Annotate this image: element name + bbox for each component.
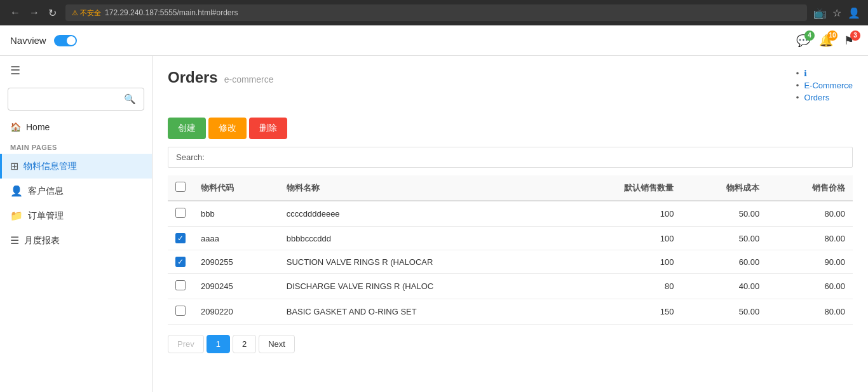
cell-default-qty: 80 — [567, 274, 682, 299]
sidebar-menu-icon[interactable]: ☰ — [0, 56, 152, 85]
orders-label: 订单管理 — [28, 210, 64, 222]
chat-badge-button[interactable]: 💬 4 — [794, 32, 812, 50]
toggle-track[interactable] — [54, 35, 77, 46]
cell-price: 80.00 — [767, 299, 853, 325]
search-input[interactable] — [207, 152, 837, 162]
sidebar: ☰ 🔍 🏠 Home MAIN PAGES ⊞ 物料信息管理 👤 客户信息 📁 … — [0, 56, 153, 392]
sidebar-search-icon[interactable]: 🔍 — [124, 93, 136, 105]
sidebar-item-reports[interactable]: ☰ 月度报表 — [0, 228, 152, 253]
page-title: Orders — [168, 69, 218, 86]
flag-count: 3 — [850, 30, 860, 41]
header-code: 物料代码 — [193, 175, 279, 201]
home-icon: 🏠 — [10, 122, 21, 132]
cell-name: DISCHARGE VALVE RINGS R (HALOC — [279, 274, 567, 299]
browser-actions: 📺 ☆ 👤 — [813, 7, 860, 19]
header-price: 销售价格 — [767, 175, 853, 201]
cell-default-qty: 100 — [567, 201, 682, 227]
cell-default-qty: 150 — [567, 299, 682, 325]
main-layout: ☰ 🔍 🏠 Home MAIN PAGES ⊞ 物料信息管理 👤 客户信息 📁 … — [0, 56, 868, 392]
url-text: 172.29.240.187:5555/main.html#orders — [105, 8, 238, 17]
row-checkbox[interactable] — [175, 208, 186, 218]
data-table: 物料代码 物料名称 默认销售数量 物料成本 销售价格 bbbccccddddee… — [168, 175, 853, 325]
cell-default-qty: 100 — [567, 227, 682, 250]
cell-price: 60.00 — [767, 274, 853, 299]
sidebar-search-input[interactable] — [16, 95, 124, 104]
pagination: Prev 1 2 Next — [168, 335, 853, 353]
table-row: 2090220BASIC GASKET AND O-RING SET15050.… — [168, 299, 853, 325]
create-button[interactable]: 创建 — [168, 118, 206, 139]
page-1-button[interactable]: 1 — [207, 335, 230, 353]
browser-nav: ← → ↻ — [8, 6, 59, 20]
cell-code: bbb — [193, 201, 279, 227]
security-warning: ⚠ 不安全 — [72, 8, 101, 18]
reports-label: 月度报表 — [24, 235, 60, 247]
cell-name: SUCTION VALVE RINGS R (HALOCAR — [279, 250, 567, 274]
header-cost: 物料成本 — [681, 175, 767, 201]
breadcrumb-info: ℹ — [796, 69, 853, 78]
cell-price: 80.00 — [767, 201, 853, 227]
sidebar-item-materials[interactable]: ⊞ 物料信息管理 — [0, 154, 152, 179]
row-checkbox-cell — [168, 274, 193, 299]
prev-button[interactable]: Prev — [168, 335, 204, 353]
cell-price: 90.00 — [767, 250, 853, 274]
cell-cost: 60.00 — [681, 250, 767, 274]
row-checkbox-checked[interactable]: ✓ — [175, 233, 186, 243]
toggle-thumb — [67, 36, 76, 45]
page-2-button[interactable]: 2 — [233, 335, 256, 353]
page-subtitle: e-commerce — [224, 74, 274, 84]
table-row: ✓aaaabbbbcccddd10050.0080.00 — [168, 227, 853, 250]
table-row: bbbccccddddeeee10050.0080.00 — [168, 201, 853, 227]
row-checkbox[interactable] — [175, 280, 186, 290]
customers-icon: 👤 — [10, 185, 23, 197]
sidebar-item-customers[interactable]: 👤 客户信息 — [0, 179, 152, 203]
header-checkbox-cell — [168, 175, 193, 201]
table-header-row: 物料代码 物料名称 默认销售数量 物料成本 销售价格 — [168, 175, 853, 201]
cell-default-qty: 100 — [567, 250, 682, 274]
back-button[interactable]: ← — [8, 6, 23, 20]
forward-button[interactable]: → — [27, 6, 42, 20]
next-button[interactable]: Next — [259, 335, 295, 353]
sidebar-item-orders[interactable]: 📁 订单管理 — [0, 203, 152, 228]
delete-button[interactable]: 删除 — [249, 118, 287, 139]
materials-icon: ⊞ — [10, 160, 18, 172]
page-title-area: Orders e-commerce — [168, 69, 274, 86]
breadcrumb-info-link[interactable]: ℹ — [804, 69, 807, 78]
row-checkbox-cell — [168, 299, 193, 325]
breadcrumb-orders-link[interactable]: Orders — [804, 93, 829, 102]
table-body: bbbccccddddeeee10050.0080.00✓aaaabbbbccc… — [168, 201, 853, 325]
cell-cost: 50.00 — [681, 227, 767, 250]
flag-badge-button[interactable]: ⚑ 3 — [840, 32, 858, 50]
edit-button[interactable]: 修改 — [208, 118, 247, 139]
nav-toggle[interactable] — [54, 35, 77, 46]
reload-button[interactable]: ↻ — [46, 6, 59, 20]
notification-badge-button[interactable]: 🔔 10 — [817, 32, 835, 50]
materials-label: 物料信息管理 — [24, 161, 77, 172]
select-all-checkbox[interactable] — [175, 182, 186, 192]
app-title: Navview — [10, 35, 46, 46]
row-checkbox[interactable] — [175, 306, 186, 316]
cell-price: 80.00 — [767, 227, 853, 250]
cell-name: bbbbcccddd — [279, 227, 567, 250]
app-bar-left: Navview — [10, 35, 77, 46]
cell-name: BASIC GASKET AND O-RING SET — [279, 299, 567, 325]
cell-name: ccccddddeeee — [279, 201, 567, 227]
row-checkbox-cell — [168, 201, 193, 227]
sidebar-home-item[interactable]: 🏠 Home — [0, 116, 152, 139]
table-row: 2090245DISCHARGE VALVE RINGS R (HALOC804… — [168, 274, 853, 299]
app-bar: Navview 💬 4 🔔 10 ⚑ 3 — [0, 25, 868, 56]
row-checkbox-cell: ✓ — [168, 250, 193, 274]
sidebar-search-container: 🔍 — [8, 88, 144, 111]
cell-cost: 50.00 — [681, 299, 767, 325]
profile-icon[interactable]: 👤 — [848, 7, 860, 19]
orders-icon: 📁 — [10, 210, 23, 222]
cast-icon[interactable]: 📺 — [813, 7, 826, 19]
header-default-qty: 默认销售数量 — [567, 175, 682, 201]
address-bar[interactable]: ⚠ 不安全 172.29.240.187:5555/main.html#orde… — [65, 4, 807, 21]
page-header: Orders e-commerce ℹ E-Commerce Orders — [168, 69, 853, 105]
breadcrumb-ecommerce-link[interactable]: E-Commerce — [804, 81, 853, 90]
row-checkbox-checked[interactable]: ✓ — [175, 257, 186, 267]
search-bar: Search: — [168, 147, 853, 168]
bookmark-icon[interactable]: ☆ — [832, 7, 841, 19]
customers-label: 客户信息 — [28, 186, 64, 197]
chat-count: 4 — [804, 30, 815, 41]
